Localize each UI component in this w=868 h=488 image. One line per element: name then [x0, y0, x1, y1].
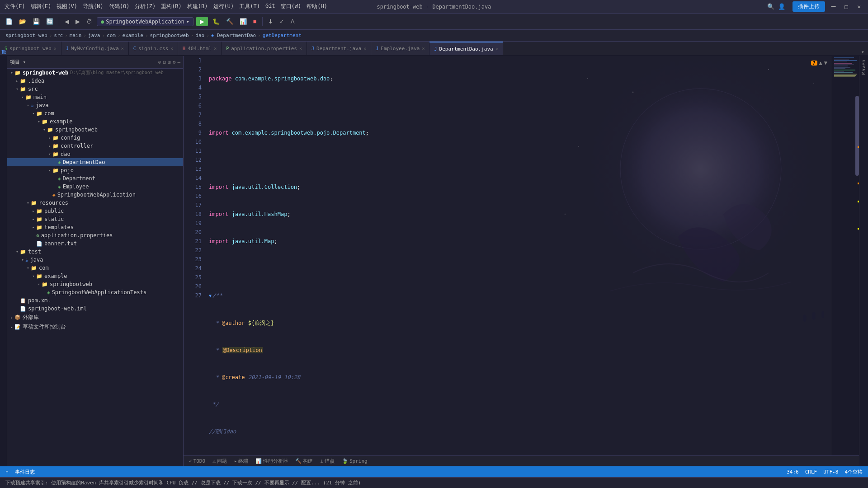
tree-main[interactable]: ▾ 📁 main — [7, 93, 183, 101]
tree-main-class[interactable]: ◈ SpringbootWebApplication — [7, 191, 183, 199]
upload-button[interactable]: 插件上传 — [793, 1, 825, 12]
tree-test-com[interactable]: ▾ 📁 com — [7, 264, 183, 272]
event-log-label[interactable]: 事件日志 — [15, 469, 35, 475]
tree-test-class[interactable]: ◈ SpringbootWebApplicationTests — [7, 288, 183, 296]
encoding-indicator[interactable]: UTF-8 — [823, 469, 838, 475]
locate-icon[interactable]: ⊙ — [158, 59, 161, 65]
tree-appprops[interactable]: ⚙ application.properties — [7, 231, 183, 239]
user-icon[interactable]: 👤 — [778, 3, 785, 10]
tab-profiler[interactable]: 📊 性能分析器 — [254, 457, 290, 465]
minimize-button[interactable]: ─ — [829, 2, 839, 11]
tab-mymvcconfig[interactable]: J MyMvcConfig.java × — [61, 42, 129, 55]
position-indicator[interactable]: 34:6 — [787, 469, 799, 475]
tree-example[interactable]: ▾ 📁 example — [7, 117, 183, 126]
breadcrumb-root[interactable]: springboot-web — [5, 33, 47, 38]
tab-todo[interactable]: ✓ TODO — [187, 457, 207, 465]
warning-down-button[interactable]: ▼ — [824, 60, 827, 66]
breadcrumb-springbootweb[interactable]: springbootweb — [150, 33, 189, 38]
breadcrumb-main[interactable]: main — [70, 33, 82, 38]
tab-close-springbootweb[interactable]: × — [54, 46, 57, 51]
close-button[interactable]: ✕ — [854, 3, 863, 10]
tree-java[interactable]: ▾ ☕ java — [7, 101, 183, 109]
search-icon[interactable]: 🔍 — [767, 3, 774, 10]
git-update-button[interactable]: ⬇ — [266, 17, 275, 26]
menu-window[interactable]: 窗口(W) — [281, 3, 302, 10]
recent-files-button[interactable]: ⏱ — [85, 17, 94, 26]
tree-public[interactable]: ▸ 📁 public — [7, 207, 183, 215]
collapse-all-icon[interactable]: ⊟ — [163, 59, 166, 65]
tree-controller[interactable]: ▸ 📁 controller — [7, 142, 183, 150]
tab-close-404html[interactable]: × — [214, 46, 217, 51]
tab-close-mymvcconfig[interactable]: × — [121, 46, 124, 51]
tab-list-button[interactable]: ▾ — [858, 49, 868, 55]
menu-analyze[interactable]: 分析(Z) — [135, 3, 156, 10]
menu-edit[interactable]: 编辑(E) — [31, 3, 52, 10]
warning-indicator[interactable]: 7 ▲ ▼ — [811, 60, 828, 66]
tree-resources[interactable]: ▾ 📁 resources — [7, 199, 183, 207]
menu-help[interactable]: 帮助(H) — [307, 3, 327, 10]
new-file-button[interactable]: 📄 — [4, 17, 14, 26]
indent-indicator[interactable]: 4个空格 — [844, 469, 863, 475]
menu-nav[interactable]: 导航(N) — [83, 3, 104, 10]
stop-button[interactable]: ■ — [251, 17, 259, 26]
menu-tools[interactable]: 工具(T) — [239, 3, 260, 10]
code-text[interactable]: package com.example.springbootweb.dao; i… — [205, 56, 832, 455]
sync-button[interactable]: 🔄 — [44, 17, 55, 26]
tree-springbootweb[interactable]: ▾ 📁 springbootweb — [7, 126, 183, 134]
tree-test-springbootweb[interactable]: ▾ 📁 springbootweb — [7, 280, 183, 288]
tree-templates[interactable]: ▸ 📁 templates — [7, 223, 183, 231]
build-button[interactable]: 🔨 — [224, 17, 235, 26]
breadcrumb-method[interactable]: getDepartment — [263, 33, 302, 38]
menu-git[interactable]: Git — [265, 3, 275, 10]
tab-close-appprops[interactable]: × — [299, 46, 302, 51]
tab-spring[interactable]: 🍃 Spring — [340, 457, 369, 465]
menu-view[interactable]: 视图(V) — [57, 3, 77, 10]
open-button[interactable]: 📂 — [17, 17, 28, 26]
tree-com[interactable]: ▾ 📁 com — [7, 109, 183, 117]
tab-employee[interactable]: J Employee.java × — [371, 42, 429, 55]
forward-button[interactable]: ▶ — [74, 17, 82, 26]
tree-src[interactable]: ▾ 📁 src — [7, 85, 183, 93]
breadcrumb-example[interactable]: example — [123, 33, 143, 38]
menu-file[interactable]: 文件(F) — [5, 3, 25, 10]
tab-appprops[interactable]: P application.properties × — [222, 42, 307, 55]
maximize-button[interactable]: □ — [842, 3, 851, 10]
expand-all-icon[interactable]: ⊞ — [168, 59, 171, 65]
tab-springbootweb[interactable]: S springboot-web × — [0, 42, 61, 55]
tab-department[interactable]: J Department.java × — [307, 42, 371, 55]
breadcrumb-departmentdao[interactable]: ◈ DepartmentDao — [211, 33, 256, 38]
breadcrumb-dao[interactable]: dao — [195, 33, 204, 38]
tree-employee-class[interactable]: ◈ Employee — [7, 183, 183, 191]
tree-banner[interactable]: 📄 banner.txt — [7, 239, 183, 248]
tree-dao[interactable]: ▾ 📁 dao — [7, 150, 183, 158]
tab-close-signincss[interactable]: × — [170, 46, 173, 51]
tree-test[interactable]: ▾ 📁 test — [7, 248, 183, 256]
tree-static[interactable]: ▸ 📁 static — [7, 215, 183, 223]
run-button[interactable]: ▶ — [196, 17, 208, 26]
menu-run[interactable]: 运行(U) — [213, 3, 234, 10]
debug-button[interactable]: 🐛 — [211, 17, 222, 26]
warning-up-button[interactable]: ▲ — [819, 60, 822, 66]
line-ending-indicator[interactable]: CRLF — [805, 469, 817, 475]
tree-test-java[interactable]: ▾ ☕ java — [7, 256, 183, 264]
tree-ext-libs[interactable]: ▸ 📦 外部库 — [7, 313, 183, 322]
save-button[interactable]: 💾 — [31, 17, 42, 26]
window-controls[interactable]: 🔍 👤 插件上传 ─ □ ✕ — [767, 1, 863, 12]
tree-departmentdao[interactable]: ◈ DepartmentDao — [7, 158, 183, 166]
close-sidebar-icon[interactable]: — — [177, 59, 180, 65]
breadcrumb-src[interactable]: src — [54, 33, 63, 38]
tab-close-departmentdao[interactable]: × — [495, 47, 498, 52]
menu-code[interactable]: 代码(O) — [109, 3, 130, 10]
tab-close-employee[interactable]: × — [422, 46, 425, 51]
tab-problems[interactable]: ⚠ 问题 — [211, 457, 229, 465]
breadcrumb-java[interactable]: java — [88, 33, 100, 38]
menu-refactor[interactable]: 重构(R) — [161, 3, 182, 10]
tree-pom[interactable]: 📋 pom.xml — [7, 296, 183, 305]
git-commit-button[interactable]: ✓ — [278, 17, 286, 26]
tab-departmentdao[interactable]: J DepartmentDao.java × — [429, 42, 503, 55]
project-selector[interactable]: ● SpringbootWebApplication ▾ — [97, 17, 193, 26]
tree-test-example[interactable]: ▾ 📁 example — [7, 272, 183, 280]
breadcrumb-com[interactable]: com — [107, 33, 116, 38]
translate-button[interactable]: A — [289, 17, 297, 26]
tree-idea[interactable]: ▸ 📁 .idea — [7, 77, 183, 85]
